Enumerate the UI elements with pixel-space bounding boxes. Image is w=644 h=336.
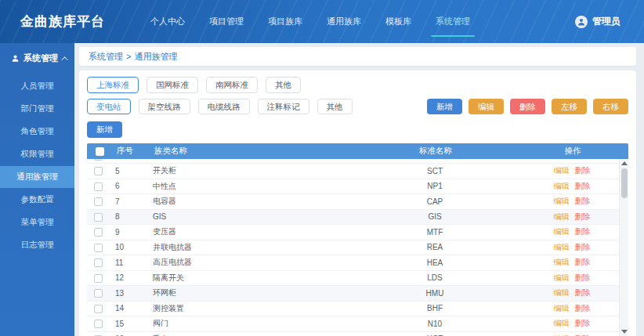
toolbar-button[interactable]: 新增: [427, 99, 462, 115]
row-checkbox[interactable]: [94, 244, 103, 252]
row-checkbox[interactable]: [94, 320, 103, 328]
delete-link[interactable]: 删除: [575, 273, 591, 282]
row-checkbox[interactable]: [94, 182, 103, 191]
nav-item[interactable]: 通用族库: [325, 11, 363, 32]
delete-link[interactable]: 删除: [575, 197, 591, 205]
sidebar-item[interactable]: 人员管理: [0, 75, 74, 97]
cell-operations: 编辑删除: [525, 196, 619, 207]
delete-link[interactable]: 删除: [575, 212, 591, 221]
delete-link[interactable]: 删除: [575, 166, 591, 175]
edit-link[interactable]: 编辑: [554, 212, 570, 221]
filter-tab[interactable]: 电缆线路: [198, 99, 250, 115]
cell-no: 12: [115, 273, 153, 282]
filter-tab[interactable]: 架空线路: [139, 99, 190, 115]
toolbar-button[interactable]: 右移: [593, 99, 628, 115]
row-checkbox[interactable]: [94, 258, 103, 267]
table-row: 6中性点NP1编辑删除: [87, 179, 619, 195]
cell-operations: 编辑删除: [525, 273, 619, 284]
row-checkbox[interactable]: [94, 197, 103, 206]
cell-no: 4: [115, 159, 153, 161]
row-checkbox[interactable]: [94, 305, 103, 313]
row-checkbox[interactable]: [94, 274, 103, 283]
nav-item[interactable]: 项目管理: [208, 11, 245, 32]
edit-link[interactable]: 编辑: [554, 334, 570, 336]
edit-link[interactable]: 编辑: [554, 182, 570, 190]
breadcrumb-bar: 系统管理>通用族管理: [79, 47, 636, 66]
sidebar-item[interactable]: 部门管理: [0, 98, 74, 120]
filter-tab[interactable]: 其他: [266, 77, 301, 93]
nav-item[interactable]: 项目族库: [266, 11, 304, 32]
edit-link[interactable]: 编辑: [554, 243, 570, 251]
sidebar-item[interactable]: 参数配置: [0, 189, 74, 211]
row-checkbox[interactable]: [94, 289, 103, 298]
filter-tab[interactable]: 变电站: [87, 99, 131, 115]
sidebar-item[interactable]: 日志管理: [0, 234, 74, 256]
edit-link[interactable]: 编辑: [554, 227, 570, 236]
cell-no: 13: [115, 289, 153, 298]
column-header-no: 序号: [115, 146, 153, 157]
edit-link[interactable]: 编辑: [554, 304, 570, 313]
scroll-up-icon[interactable]: [621, 161, 628, 165]
cell-name: 阀门: [153, 318, 345, 329]
table-body-wrap: 4避雷器编辑删除5开关柜SCT编辑删除6中性点NP1编辑删除7电容器CAP编辑删…: [87, 159, 628, 336]
row-checkbox[interactable]: [94, 159, 103, 161]
sidebar-item[interactable]: 角色管理: [0, 121, 74, 143]
cell-operations: 编辑删除: [525, 303, 619, 314]
delete-link[interactable]: 删除: [575, 334, 591, 336]
toolbar-button[interactable]: 左移: [552, 99, 587, 115]
delete-link[interactable]: 删除: [575, 243, 591, 251]
cell-name: 手车: [153, 334, 345, 336]
edit-link[interactable]: 编辑: [554, 319, 570, 327]
delete-link[interactable]: 删除: [575, 182, 591, 190]
sidebar-item[interactable]: 权限管理: [0, 143, 74, 165]
edit-link[interactable]: 编辑: [554, 258, 570, 266]
delete-link[interactable]: 删除: [575, 159, 591, 160]
row-checkbox[interactable]: [94, 228, 103, 237]
edit-link[interactable]: 编辑: [554, 166, 570, 175]
cell-code: BHF: [345, 304, 525, 313]
filter-tab[interactable]: 注释标记: [258, 99, 309, 115]
row-checkbox[interactable]: [94, 213, 103, 222]
table-scrollbar[interactable]: [619, 159, 628, 336]
filter-tab[interactable]: 其他: [317, 99, 353, 115]
cell-operations: 编辑删除: [525, 242, 619, 253]
toolbar-button[interactable]: 编辑: [469, 99, 504, 115]
cell-no: 9: [115, 228, 153, 237]
delete-link[interactable]: 删除: [575, 227, 591, 236]
edit-link[interactable]: 编辑: [554, 197, 570, 205]
row-checkbox[interactable]: [94, 335, 103, 336]
nav-item[interactable]: 系统管理: [434, 11, 472, 32]
sidebar-item[interactable]: 通用族管理: [0, 166, 74, 188]
sidebar-group-system[interactable]: 系统管理: [0, 43, 74, 75]
cell-name: 中性点: [153, 181, 345, 192]
delete-link[interactable]: 删除: [575, 304, 591, 313]
nav-item[interactable]: 个人中心: [149, 11, 186, 32]
scrollbar-thumb[interactable]: [621, 168, 628, 198]
toolbar-button[interactable]: 删除: [510, 99, 545, 115]
delete-link[interactable]: 删除: [575, 258, 591, 266]
delete-link[interactable]: 删除: [575, 319, 591, 327]
filter-tab[interactable]: 上海标准: [87, 77, 139, 93]
top-nav: 个人中心项目管理项目族库通用族库模板库系统管理: [149, 11, 472, 32]
table-header: 序号 族类名称 标准名称 操作: [87, 143, 628, 159]
select-all-checkbox[interactable]: [96, 147, 104, 156]
breadcrumb-part[interactable]: 系统管理: [89, 52, 123, 61]
delete-link[interactable]: 删除: [575, 288, 591, 297]
edit-link[interactable]: 编辑: [554, 273, 570, 282]
cell-operations: 编辑删除: [525, 159, 619, 161]
edit-link[interactable]: 编辑: [554, 288, 570, 297]
nav-item[interactable]: 模板库: [384, 11, 413, 32]
cell-operations: 编辑删除: [525, 211, 619, 222]
category-filter-row: 变电站架空线路电缆线路注释标记其他新增编辑删除左移右移: [87, 99, 628, 115]
add-button[interactable]: 新增: [87, 121, 122, 138]
edit-link[interactable]: 编辑: [554, 159, 570, 160]
sidebar-item[interactable]: 菜单管理: [0, 211, 74, 233]
cell-no: 15: [115, 320, 153, 328]
user-box[interactable]: 管理员: [575, 15, 620, 28]
filter-tab[interactable]: 南网标准: [206, 77, 258, 93]
cell-code: NP1: [345, 182, 525, 190]
scroll-down-icon[interactable]: [621, 330, 628, 334]
column-header-name: 族类名称: [153, 146, 345, 157]
row-checkbox[interactable]: [94, 167, 103, 175]
filter-tab[interactable]: 国网标准: [147, 77, 198, 93]
